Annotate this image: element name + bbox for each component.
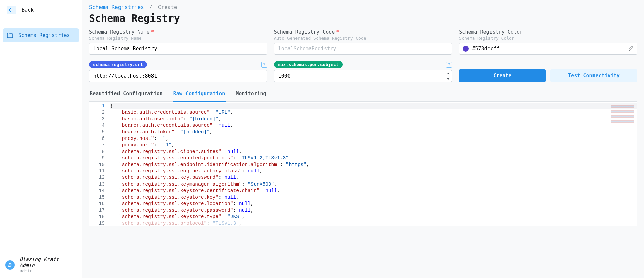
- sidebar: Back Schema Registries B Blazing Kraft A…: [0, 0, 82, 278]
- user-panel[interactable]: B Blazing Kraft Admin admin: [0, 251, 82, 278]
- stepper-down-icon[interactable]: ▼: [444, 76, 452, 82]
- max-schemas-input[interactable]: [274, 70, 445, 82]
- pencil-icon[interactable]: [628, 46, 634, 52]
- color-input[interactable]: #573dccff: [459, 43, 637, 55]
- avatar: B: [5, 260, 15, 270]
- color-swatch: [463, 46, 469, 52]
- help-icon[interactable]: ?: [261, 62, 267, 68]
- back-label: Back: [22, 7, 34, 13]
- page-title: Schema Registry: [89, 12, 637, 24]
- breadcrumb-sep: /: [149, 4, 152, 10]
- config-tabs: Beautified Configuration Raw Configurati…: [89, 87, 637, 102]
- breadcrumb: Schema Registries / Create: [89, 4, 637, 10]
- user-name: Blazing Kraft Admin: [20, 256, 76, 268]
- test-connectivity-button[interactable]: Test Connectivity: [550, 69, 637, 82]
- tab-beautified[interactable]: Beautified Configuration: [89, 87, 163, 102]
- url-pill: schema.registry.url: [89, 61, 147, 68]
- folder-icon: [7, 33, 13, 38]
- main-content: Schema Registries / Create Schema Regist…: [82, 0, 644, 278]
- user-role: admin: [20, 268, 76, 273]
- field-color: Schema Registry Color Schema Registry Co…: [459, 29, 637, 55]
- create-button[interactable]: Create: [459, 69, 546, 82]
- field-name: Schema Registry Name* Schema Registry Na…: [89, 29, 267, 55]
- editor-gutter: 12345678910111213141516171819: [89, 102, 108, 226]
- help-icon[interactable]: ?: [446, 62, 452, 68]
- sidebar-item-schema-registries[interactable]: Schema Registries: [3, 28, 79, 42]
- name-input[interactable]: [89, 43, 267, 55]
- field-url: schema.registry.url ?: [89, 61, 267, 82]
- max-pill: max.schemas.per.subject: [274, 61, 343, 68]
- stepper-up-icon[interactable]: ▲: [444, 70, 452, 76]
- sidebar-item-label: Schema Registries: [18, 32, 70, 38]
- raw-config-editor[interactable]: 12345678910111213141516171819 { "basic.a…: [89, 102, 637, 226]
- breadcrumb-current: Create: [158, 4, 177, 10]
- back-arrow-icon: [7, 6, 16, 14]
- number-stepper[interactable]: ▲ ▼: [444, 70, 452, 82]
- url-input[interactable]: [89, 70, 267, 82]
- code-input: [274, 43, 452, 55]
- field-code: Schema Registry Code* Auto Generated Sch…: [274, 29, 452, 55]
- field-max-schemas: max.schemas.per.subject ? ▲ ▼: [274, 61, 452, 82]
- editor-code[interactable]: { "basic.auth.credentials.source": "URL"…: [108, 102, 637, 226]
- breadcrumb-root[interactable]: Schema Registries: [89, 4, 144, 10]
- tab-raw[interactable]: Raw Configuration: [173, 87, 226, 102]
- tab-monitoring[interactable]: Monitoring: [235, 87, 267, 102]
- back-button[interactable]: Back: [3, 3, 79, 17]
